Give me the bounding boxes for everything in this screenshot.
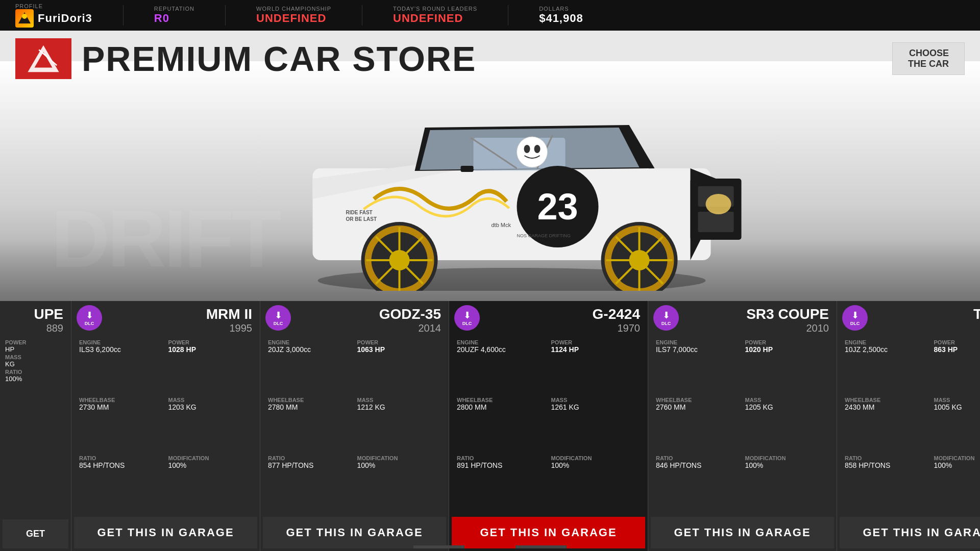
reputation-section: REPUTATION R0 bbox=[154, 6, 194, 25]
mod-stat-3: MODIFICATION 100% bbox=[745, 455, 829, 512]
divider2 bbox=[225, 5, 226, 26]
partial-left-get-button[interactable]: GET bbox=[3, 519, 68, 548]
car-stats-1: ENGINE 20JZ 3,000cc POWER 1063 HP WHEELB… bbox=[260, 337, 449, 514]
choose-line1: CHOOSE bbox=[908, 48, 949, 59]
leaders-section: TODAY'S ROUND LEADERS UNDEFINED bbox=[393, 6, 477, 25]
dlc-badge-0: ⬇ DLC bbox=[77, 305, 102, 331]
car-year-3: 2010 bbox=[806, 322, 829, 334]
car-year-2: 1970 bbox=[618, 322, 641, 334]
top-bar: PROFILE FuriDori3 REPUTATION R0 WORLD CH… bbox=[0, 0, 980, 31]
engine-stat-3: ENGINE ILS7 7,000cc bbox=[656, 339, 740, 396]
svg-rect-32 bbox=[698, 212, 734, 232]
dlc-badge-1: ⬇ DLC bbox=[265, 305, 291, 331]
wheelbase-stat-0: WHEELBASE 2730 MM bbox=[79, 397, 163, 454]
get-button-4[interactable]: GET THIS IN GARAGE bbox=[840, 517, 980, 548]
store-title: PREMIUM CAR STORE bbox=[82, 39, 476, 79]
divider3 bbox=[362, 5, 362, 26]
championship-section: WORLD CHAMPIONSHIP UNDEFINED bbox=[256, 6, 331, 25]
choose-line2: THE CAR bbox=[908, 59, 949, 69]
store-header: PREMIUM CAR STORE CHOOSE THE CAR bbox=[15, 38, 965, 79]
scroll-thumb bbox=[464, 545, 516, 548]
divider4 bbox=[508, 5, 508, 26]
car-card-0[interactable]: ⬇ DLC MRM II 1995 ENGINE ILS3 6,200cc PO… bbox=[71, 301, 260, 551]
dollars-section: DOLLARS $41,908 bbox=[539, 6, 583, 25]
car-cards-container: ⬇ DLC MRM II 1995 ENGINE ILS3 6,200cc PO… bbox=[71, 301, 980, 551]
engine-stat-2: ENGINE 20UZF 4,600cc bbox=[457, 339, 546, 396]
mod-stat-2: MODIFICATION 100% bbox=[551, 455, 641, 512]
engine-stat-1: ENGINE 20JZ 3,000cc bbox=[268, 339, 352, 396]
store-logo bbox=[15, 38, 71, 79]
car-display: DRIFT 23 bbox=[0, 61, 980, 301]
wheelbase-stat-1: WHEELBASE 2780 MM bbox=[268, 397, 352, 454]
dlc-badge-3: ⬇ DLC bbox=[653, 305, 679, 331]
car-name-0: MRM II bbox=[206, 306, 252, 322]
divider bbox=[123, 5, 124, 26]
car-stats-0: ENGINE ILS3 6,200cc POWER 1028 HP WHEELB… bbox=[71, 337, 260, 514]
ratio-stat-1: RATIO 877 HP/TONS bbox=[268, 455, 352, 512]
power-stat-0: POWER 1028 HP bbox=[168, 339, 253, 396]
partial-left-year: 889 bbox=[46, 322, 63, 334]
power-stat-3: POWER 1020 HP bbox=[745, 339, 829, 396]
scroll-indicator[interactable] bbox=[413, 545, 567, 548]
svg-point-33 bbox=[706, 194, 731, 214]
svg-point-42 bbox=[524, 145, 530, 153]
car-name-1: GODZ-35 bbox=[379, 306, 441, 322]
profile-icon bbox=[15, 9, 34, 28]
mass-stat-1: MASS 1212 KG bbox=[357, 397, 442, 454]
reputation-label: REPUTATION bbox=[154, 6, 194, 12]
dollars-value: $41,908 bbox=[539, 12, 583, 25]
ratio-stat-3: RATIO 846 HP/TONS bbox=[656, 455, 740, 512]
power-stat-1: POWER 1063 HP bbox=[357, 339, 442, 396]
wheelbase-stat-4: WHEELBASE 2430 MM bbox=[845, 397, 929, 454]
profile-label: PROFILE bbox=[15, 3, 43, 9]
mod-stat-4: MODIFICATION 100% bbox=[934, 455, 981, 512]
car-card-4[interactable]: ⬇ DLC TWX-7 1986 ENGINE 10JZ 2,500cc POW… bbox=[837, 301, 980, 551]
svg-point-41 bbox=[517, 137, 548, 167]
car-stats-3: ENGINE ILS7 7,000cc POWER 1020 HP WHEELB… bbox=[648, 337, 837, 514]
ratio-stat-4: RATIO 858 HP/TONS bbox=[845, 455, 929, 512]
car-card-2[interactable]: ⬇ DLC G-2424 1970 ENGINE 20UZF 4,600cc P… bbox=[449, 301, 648, 551]
svg-text:OR BE LAST: OR BE LAST bbox=[346, 216, 377, 222]
power-stat-2: POWER 1124 HP bbox=[551, 339, 641, 396]
svg-text:dtb Mck: dtb Mck bbox=[492, 222, 511, 228]
mod-stat-0: MODIFICATION 100% bbox=[168, 455, 253, 512]
svg-point-43 bbox=[534, 145, 541, 153]
car-name-2: G-2424 bbox=[593, 306, 640, 322]
car-year-1: 2014 bbox=[419, 322, 442, 334]
dollars-label: DOLLARS bbox=[539, 6, 569, 12]
get-button-1[interactable]: GET THIS IN GARAGE bbox=[263, 517, 446, 548]
svg-text:NOS GARAGE DRIFTING: NOS GARAGE DRIFTING bbox=[517, 233, 571, 238]
svg-text:23: 23 bbox=[537, 186, 578, 227]
get-button-0[interactable]: GET THIS IN GARAGE bbox=[74, 517, 257, 548]
reputation-value: R0 bbox=[154, 12, 169, 25]
dlc-badge-2: ⬇ DLC bbox=[454, 305, 480, 331]
mass-stat-3: MASS 1205 KG bbox=[745, 397, 829, 454]
engine-stat-0: ENGINE ILS3 6,200cc bbox=[79, 339, 163, 396]
get-button-3[interactable]: GET THIS IN GARAGE bbox=[651, 517, 834, 548]
profile-section: PROFILE FuriDori3 bbox=[15, 3, 92, 28]
svg-rect-34 bbox=[461, 166, 474, 172]
ratio-stat-0: RATIO 854 HP/TONS bbox=[79, 455, 163, 512]
leaders-value: UNDEFINED bbox=[393, 12, 463, 25]
car-name-3: SR3 COUPE bbox=[746, 306, 829, 322]
leaders-label: TODAY'S ROUND LEADERS bbox=[393, 6, 477, 12]
championship-label: WORLD CHAMPIONSHIP bbox=[256, 6, 331, 12]
car-year-0: 1995 bbox=[230, 322, 253, 334]
get-button-2[interactable]: GET THIS IN GARAGE bbox=[452, 517, 645, 548]
car-card-3[interactable]: ⬇ DLC SR3 COUPE 2010 ENGINE ILS7 7,000cc… bbox=[648, 301, 837, 551]
mass-stat-2: MASS 1261 KG bbox=[551, 397, 641, 454]
partial-left-name: UPE bbox=[34, 306, 63, 322]
car-card-1[interactable]: ⬇ DLC GODZ-35 2014 ENGINE 20JZ 3,000cc P… bbox=[260, 301, 449, 551]
wheelbase-stat-3: WHEELBASE 2760 MM bbox=[656, 397, 740, 454]
choose-car-button[interactable]: CHOOSE THE CAR bbox=[892, 42, 965, 75]
svg-point-1 bbox=[22, 14, 27, 19]
wheelbase-stat-2: WHEELBASE 2800 MM bbox=[457, 397, 546, 454]
championship-value: UNDEFINED bbox=[256, 12, 326, 25]
car-stats-4: ENGINE 10JZ 2,500cc POWER 863 HP WHEELBA… bbox=[837, 337, 980, 514]
dlc-badge-4: ⬇ DLC bbox=[842, 305, 868, 331]
svg-text:RIDE FAST: RIDE FAST bbox=[346, 210, 373, 215]
mass-stat-4: MASS 1005 KG bbox=[934, 397, 981, 454]
power-stat-4: POWER 863 HP bbox=[934, 339, 981, 396]
car-stats-2: ENGINE 20UZF 4,600cc POWER 1124 HP WHEEL… bbox=[449, 337, 648, 514]
car-name-4: TWX-7 bbox=[973, 306, 980, 322]
